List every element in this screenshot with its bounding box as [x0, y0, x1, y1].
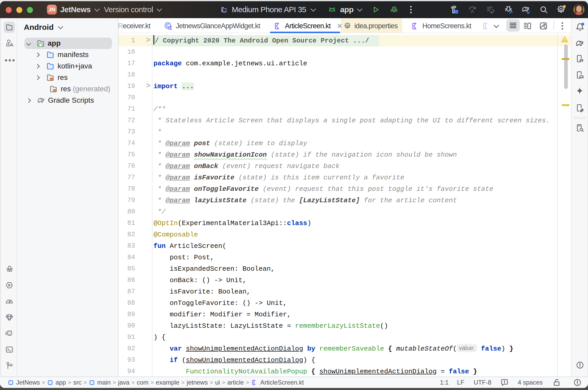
- svg-text:A: A: [471, 9, 474, 14]
